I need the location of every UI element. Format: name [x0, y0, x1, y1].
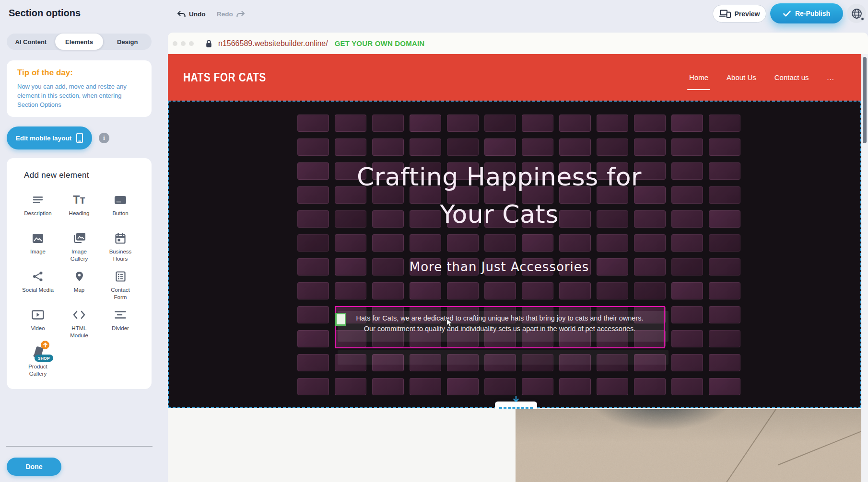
add-element-card: Add new element Description Tт Heading: [7, 158, 152, 389]
site-logo[interactable]: HATS FOR CATS: [183, 70, 266, 84]
contact-form-icon: [116, 269, 126, 284]
undo-icon: [176, 11, 186, 18]
hero-subheading[interactable]: More than Just Accessories: [169, 260, 830, 274]
redo-icon: [236, 11, 246, 18]
globe-notification-dot: [861, 17, 864, 21]
element-description[interactable]: Description: [17, 189, 59, 227]
element-heading[interactable]: Tт Heading: [59, 189, 100, 227]
globe-icon: [851, 8, 862, 19]
tip-title: Tip of the day:: [17, 68, 141, 78]
browser-window-dots: [173, 41, 194, 46]
site-url[interactable]: n1566589.websitebuilder.online/: [218, 39, 328, 48]
arrow-down-icon: [513, 396, 519, 402]
nav-home[interactable]: Home: [689, 73, 708, 81]
description-icon: [33, 193, 43, 207]
shop-badge: SHOP: [35, 355, 53, 362]
selection-drag-handle[interactable]: [335, 313, 346, 326]
element-ghost-bar: [338, 350, 669, 365]
tip-of-the-day-card: Tip of the day: Now you can add, move an…: [7, 60, 152, 117]
tab-elements[interactable]: Elements: [55, 34, 104, 50]
divider-icon: [115, 308, 126, 322]
add-element-title: Add new element: [24, 171, 141, 180]
redo-button[interactable]: Redo: [217, 8, 246, 20]
button-icon: [114, 193, 127, 207]
check-icon: [783, 11, 791, 17]
scrollbar-thumb[interactable]: [863, 57, 867, 143]
element-image[interactable]: Image: [17, 227, 59, 265]
lock-icon: [205, 39, 212, 48]
video-icon: [32, 308, 44, 322]
element-divider[interactable]: Divider: [100, 304, 141, 342]
tip-body: Now you can add, move and resize any ele…: [17, 82, 141, 110]
element-contact-form[interactable]: Contact Form: [100, 265, 141, 304]
site-nav: Home About Us Contact us ...: [689, 54, 834, 101]
page-title: Section options: [9, 8, 81, 19]
globe-button[interactable]: [847, 4, 866, 23]
element-video[interactable]: Video: [17, 304, 59, 342]
upgrade-arrow-badge: [41, 341, 49, 349]
selected-paragraph-element[interactable]: Hats for Cats, we are dedicated to craft…: [335, 306, 665, 348]
element-grid: Description Tт Heading Button Ima: [17, 189, 141, 380]
pavement-texture: [516, 409, 861, 482]
hero-section-selected[interactable]: Crafting Happiness for Your Cats More th…: [168, 101, 861, 408]
image-icon: [32, 231, 44, 245]
site-scrollbar[interactable]: [861, 54, 868, 482]
hero-heading[interactable]: Crafting Happiness for Your Cats: [169, 158, 830, 233]
social-media-icon: [33, 269, 43, 284]
element-button[interactable]: Button: [100, 189, 141, 227]
element-html-module[interactable]: HTML Module: [59, 304, 100, 342]
product-gallery-icon: SHOP: [29, 346, 47, 360]
map-pin-icon: [75, 269, 83, 284]
republish-button[interactable]: Re-Publish: [770, 3, 843, 23]
html-module-icon: [73, 308, 85, 322]
element-business-hours[interactable]: Business Hours: [100, 227, 141, 265]
tab-ai-content[interactable]: AI Content: [7, 34, 55, 50]
info-icon[interactable]: i: [99, 133, 109, 143]
element-product-gallery[interactable]: SHOP Product Gallery: [17, 342, 59, 380]
heading-icon: Tт: [73, 193, 85, 207]
section-boundary-line: [499, 407, 533, 409]
undo-button[interactable]: Undo: [176, 8, 206, 20]
edit-mobile-layout-button[interactable]: Edit mobile layout: [7, 126, 92, 149]
pavement-image: [516, 409, 861, 482]
tab-design[interactable]: Design: [103, 34, 152, 50]
nav-more[interactable]: ...: [827, 73, 834, 81]
image-gallery-icon: [73, 231, 86, 245]
preview-button[interactable]: Preview: [713, 5, 766, 23]
element-image-gallery[interactable]: Image Gallery: [59, 227, 100, 265]
site-header: HATS FOR CATS Home About Us Contact us .…: [168, 54, 861, 101]
next-section-preview: [168, 409, 861, 482]
app-root: Section options AI Content Elements Desi…: [0, 0, 868, 482]
element-map[interactable]: Map: [59, 265, 100, 304]
browser-address-bar: n1566589.websitebuilder.online/ GET YOUR…: [168, 33, 868, 54]
done-button[interactable]: Done: [7, 458, 61, 476]
element-social-media[interactable]: Social Media: [17, 265, 59, 304]
get-own-domain-link[interactable]: GET YOUR OWN DOMAIN: [335, 39, 425, 47]
section-options-panel: Section options AI Content Elements Desi…: [0, 0, 158, 482]
panel-tab-bar: AI Content Elements Design: [7, 34, 152, 50]
hero-paragraph[interactable]: Hats for Cats, we are dedicated to craft…: [336, 313, 664, 334]
nav-contact-us[interactable]: Contact us: [774, 73, 809, 81]
devices-icon: [719, 10, 731, 18]
site-canvas: HATS FOR CATS Home About Us Contact us .…: [168, 54, 868, 482]
phone-icon: [76, 133, 83, 143]
edit-mobile-layout-label: Edit mobile layout: [16, 135, 71, 142]
panel-divider: [6, 446, 152, 447]
nav-about-us[interactable]: About Us: [727, 73, 756, 81]
mouse-cursor: [446, 318, 453, 328]
business-hours-icon: [115, 231, 126, 245]
